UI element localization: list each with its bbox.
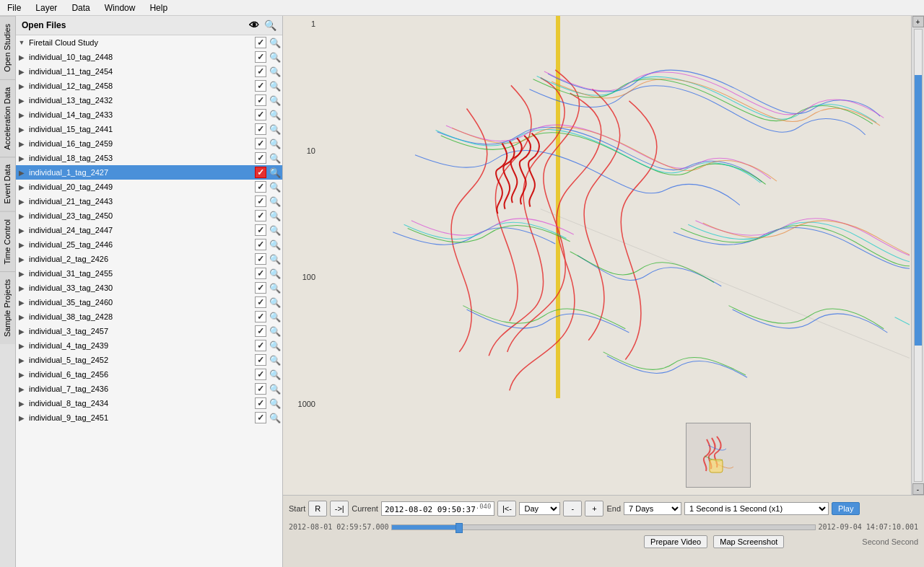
item-check[interactable]: ✓ [253, 397, 268, 410]
item-zoom[interactable]: 🔍 [268, 180, 282, 193]
map-area[interactable]: 1 10 100 1000 10000 [283, 16, 924, 567]
item-check[interactable]: ✓ [253, 411, 268, 424]
sidebar-tab-event[interactable]: Event Data [0, 157, 15, 211]
minus-btn[interactable]: - [563, 501, 582, 517]
item-checkbox[interactable]: ✓ [255, 296, 266, 308]
expand-icon[interactable]: ▶ [16, 342, 27, 350]
item-check[interactable]: ✓ [253, 195, 268, 208]
zoom-icon[interactable]: 🔍 [269, 182, 281, 193]
expand-icon[interactable]: ▶ [16, 241, 27, 249]
item-checkbox[interactable]: ✓ [255, 181, 266, 193]
prepare-video-btn[interactable]: Prepare Video [644, 535, 707, 548]
day-select[interactable]: Day Week Month [519, 502, 560, 515]
item-checkbox[interactable]: ✓ [255, 109, 266, 120]
item-checkbox[interactable]: ✓ [255, 383, 266, 395]
item-zoom[interactable]: 🔍 [268, 108, 282, 121]
item-zoom[interactable]: 🔍 [268, 296, 282, 309]
tree-root-item[interactable]: ▼ Firetail Cloud Study ✓ 🔍 [16, 35, 282, 50]
zoom-icon[interactable]: 🔍 [269, 153, 281, 164]
expand-icon[interactable]: ▶ [16, 53, 27, 61]
item-check[interactable]: ✓ [253, 368, 268, 381]
tree-item-individual_21_tag_2443[interactable]: ▶ individual_21_tag_2443 ✓ 🔍 [16, 194, 282, 208]
menu-help[interactable]: Help [142, 1, 175, 14]
zoom-icon[interactable]: 🔍 [269, 369, 281, 380]
tree-item-individual_25_tag_2446[interactable]: ▶ individual_25_tag_2446 ✓ 🔍 [16, 237, 282, 252]
item-check[interactable]: ✓ [253, 94, 268, 107]
expand-icon[interactable]: ▶ [16, 299, 27, 307]
item-checkbox[interactable]: ✓ [255, 325, 266, 337]
progress-handle[interactable] [456, 523, 463, 533]
tree-item-individual_9_tag_2451[interactable]: ▶ individual_9_tag_2451 ✓ 🔍 [16, 410, 282, 425]
reset-btn[interactable]: R [308, 501, 327, 517]
expand-icon[interactable]: ▶ [16, 212, 27, 220]
map-canvas[interactable] [319, 16, 910, 495]
skip-start-btn[interactable]: |<- [497, 501, 516, 517]
scroll-down-btn[interactable]: - [912, 483, 924, 495]
item-check[interactable]: ✓ [253, 238, 268, 251]
tree-item-individual_12_tag_2458[interactable]: ▶ individual_12_tag_2458 ✓ 🔍 [16, 79, 282, 93]
item-zoom[interactable]: 🔍 [268, 166, 282, 179]
tree-item-individual_8_tag_2434[interactable]: ▶ individual_8_tag_2434 ✓ 🔍 [16, 396, 282, 410]
tree-item-individual_35_tag_2460[interactable]: ▶ individual_35_tag_2460 ✓ 🔍 [16, 295, 282, 309]
expand-icon[interactable]: ▶ [16, 126, 27, 133]
item-check[interactable]: ✓ [253, 353, 268, 366]
item-check[interactable]: ✓ [253, 209, 268, 222]
zoom-fit-icon[interactable]: 🔍 [263, 19, 276, 32]
zoom-icon[interactable]: 🔍 [269, 297, 281, 308]
zoom-icon[interactable]: 🔍 [269, 268, 281, 279]
item-check[interactable]: ✓ [253, 310, 268, 323]
zoom-icon[interactable]: 🔍 [269, 211, 281, 221]
item-checkbox[interactable]: ✓ [255, 253, 266, 265]
item-check[interactable]: ✓ [253, 166, 268, 179]
expand-icon[interactable]: ▶ [16, 97, 27, 105]
expand-icon[interactable]: ▶ [16, 400, 27, 408]
goto-end-btn[interactable]: ->| [330, 501, 349, 517]
tree-item-individual_20_tag_2449[interactable]: ▶ individual_20_tag_2449 ✓ 🔍 [16, 180, 282, 194]
item-checkbox[interactable]: ✓ [255, 340, 266, 351]
zoom-icon[interactable]: 🔍 [269, 239, 281, 250]
item-zoom[interactable]: 🔍 [268, 325, 282, 338]
end-value-select[interactable]: 7 Days 1 Day 30 Days [624, 502, 681, 515]
zoom-icon[interactable]: 🔍 [269, 66, 281, 77]
expand-icon[interactable]: ▶ [16, 154, 27, 162]
item-checkbox[interactable]: ✓ [255, 397, 266, 409]
item-zoom[interactable]: 🔍 [268, 94, 282, 107]
item-zoom[interactable]: 🔍 [268, 382, 282, 395]
zoom-icon[interactable]: 🔍 [269, 167, 281, 178]
item-zoom[interactable]: 🔍 [268, 123, 282, 136]
tree-item-individual_2_tag_2426[interactable]: ▶ individual_2_tag_2426 ✓ 🔍 [16, 252, 282, 266]
plus-btn[interactable]: + [585, 501, 603, 517]
zoom-icon[interactable]: 🔍 [269, 52, 281, 63]
zoom-icon[interactable]: 🔍 [269, 225, 281, 236]
item-zoom[interactable]: 🔍 [268, 137, 282, 150]
item-checkbox[interactable]: ✓ [255, 282, 266, 294]
expand-icon[interactable]: ▶ [16, 313, 27, 321]
sidebar-tab-sample-projects[interactable]: Sample Projects [0, 271, 15, 344]
sidebar-tab-acceleration[interactable]: Acceleration Data [0, 79, 15, 157]
zoom-icon[interactable]: 🔍 [269, 340, 281, 351]
expand-icon[interactable]: ▶ [16, 82, 27, 90]
item-checkbox[interactable]: ✓ [255, 66, 266, 77]
item-checkbox[interactable]: ✓ [255, 311, 266, 322]
expand-icon[interactable]: ▶ [16, 68, 27, 76]
item-checkbox[interactable]: ✓ [255, 268, 266, 279]
expand-icon[interactable]: ▶ [16, 111, 27, 119]
item-checkbox[interactable]: ✓ [255, 412, 266, 423]
item-zoom[interactable]: 🔍 [268, 267, 282, 280]
item-checkbox[interactable]: ✓ [255, 354, 266, 366]
menu-window[interactable]: Window [97, 1, 143, 14]
item-check[interactable]: ✓ [253, 65, 268, 78]
tree-item-individual_11_tag_2454[interactable]: ▶ individual_11_tag_2454 ✓ 🔍 [16, 64, 282, 79]
expand-icon[interactable]: ▶ [16, 356, 27, 364]
item-checkbox[interactable]: ✓ [255, 152, 266, 164]
tree-item-individual_33_tag_2430[interactable]: ▶ individual_33_tag_2430 ✓ 🔍 [16, 281, 282, 295]
expand-icon[interactable]: ▶ [16, 198, 27, 206]
play-btn[interactable]: Play [832, 502, 860, 515]
eye-icon[interactable]: 👁 [248, 19, 261, 32]
map-screenshot-btn[interactable]: Map Screenshot [713, 535, 784, 548]
item-check[interactable]: ✓ [253, 123, 268, 136]
item-zoom[interactable]: 🔍 [268, 151, 282, 164]
item-checkbox[interactable]: ✓ [255, 51, 266, 63]
tree-item-individual_4_tag_2439[interactable]: ▶ individual_4_tag_2439 ✓ 🔍 [16, 338, 282, 353]
item-zoom[interactable]: 🔍 [268, 50, 282, 63]
